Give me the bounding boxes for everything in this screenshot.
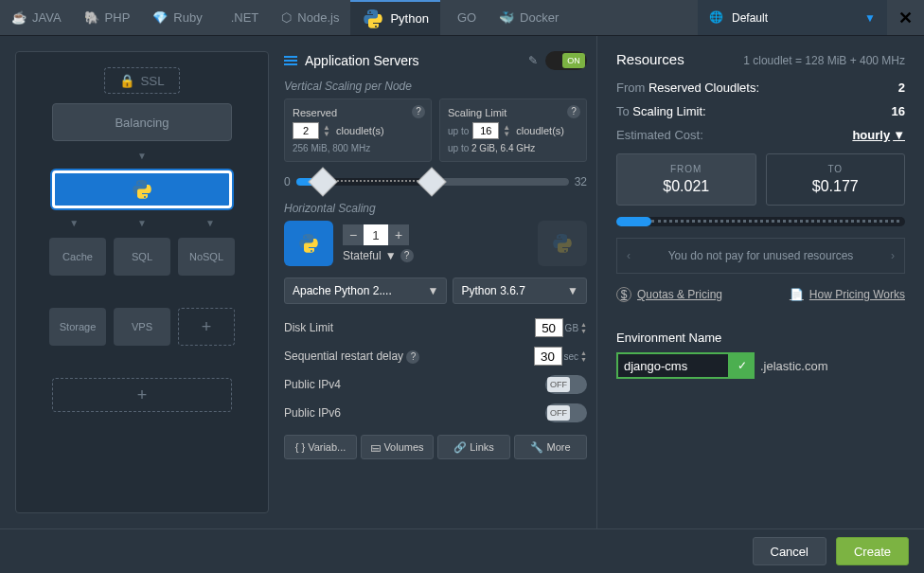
slider-handle-reserved[interactable] — [308, 167, 337, 196]
variables-tab[interactable]: { }Variab... — [284, 435, 357, 459]
tab-label: Python — [390, 11, 428, 26]
pricing-link[interactable]: 📄How Pricing Works — [790, 287, 905, 302]
python-icon — [131, 178, 153, 201]
close-button[interactable]: ✕ — [887, 0, 924, 35]
lock-icon: 🔒 — [119, 74, 135, 88]
links-tab[interactable]: 🔗Links — [437, 435, 510, 459]
tab-label: Links — [470, 441, 494, 453]
node-badge-disabled — [538, 221, 587, 266]
horizontal-scaling-label: Horizontal Scaling — [284, 202, 587, 215]
cost-to-label: TO — [776, 164, 896, 174]
vps-node[interactable]: VPS — [114, 308, 170, 346]
tab-python[interactable]: Python — [350, 0, 439, 35]
section-title: Application Servers — [305, 53, 521, 68]
sql-node[interactable]: SQL — [114, 238, 170, 276]
node-count-stepper[interactable]: − + — [343, 224, 414, 245]
resources-title: Resources — [616, 51, 684, 67]
tab-label: Variab... — [308, 441, 346, 453]
slider-handle-limit[interactable] — [418, 167, 447, 196]
stateful-label: Stateful — [343, 249, 382, 262]
appserver-node[interactable] — [52, 170, 232, 208]
help-icon[interactable]: ? — [400, 249, 414, 262]
ipv4-label: Public IPv4 — [284, 378, 545, 391]
docker-icon: 🐳 — [499, 10, 514, 25]
tab-dotnet[interactable]: .NET — [214, 0, 271, 35]
quotas-link[interactable]: $Quotas & Pricing — [616, 287, 722, 302]
cache-node[interactable]: Cache — [49, 238, 106, 276]
balancing-node[interactable]: Balancing — [52, 103, 232, 141]
disk-input[interactable] — [535, 318, 563, 337]
to-value: 16 — [892, 104, 905, 118]
python-icon — [362, 8, 384, 30]
more-tab[interactable]: 🔧More — [514, 435, 587, 459]
tab-java[interactable]: ☕JAVA — [0, 0, 73, 35]
disk-icon: 🖴 — [370, 441, 381, 453]
tab-php[interactable]: 🐘PHP — [73, 0, 142, 35]
node-count-input[interactable] — [364, 224, 388, 245]
region-label: Default — [732, 11, 768, 25]
node-label: Balancing — [115, 116, 169, 130]
cost-to-price: $0.177 — [776, 178, 896, 195]
storage-node[interactable]: Storage — [49, 308, 106, 346]
volumes-tab[interactable]: 🖴Volumes — [361, 435, 434, 459]
unit: GB — [565, 323, 578, 333]
ruby-icon: 💎 — [152, 10, 168, 25]
nosql-node[interactable]: NoSQL — [178, 238, 235, 276]
stack-select[interactable]: Apache Python 2....▼ — [284, 278, 447, 304]
ssl-button[interactable]: 🔒SSL — [104, 67, 180, 94]
next-icon[interactable]: › — [891, 249, 895, 262]
tab-label: JAVA — [32, 10, 62, 25]
unit-label: cloudlet(s) — [336, 125, 384, 136]
tab-go[interactable]: GO — [440, 0, 488, 35]
ipv4-toggle[interactable] — [545, 375, 587, 394]
stack-label: Apache Python 2.... — [293, 284, 392, 297]
version-label: Python 3.6.7 — [461, 284, 524, 297]
help-icon[interactable]: ? — [406, 350, 419, 364]
info-text: You do not pay for unused resources — [668, 249, 854, 262]
spinner-icon[interactable]: ▲▼ — [503, 124, 512, 137]
help-icon[interactable]: ? — [412, 105, 425, 118]
limit-detail: 2 GiB, 6.4 GHz — [471, 143, 535, 153]
java-icon: ☕ — [11, 10, 27, 25]
cost-mode-select[interactable]: hourly ▼ — [852, 128, 905, 142]
prev-icon[interactable]: ‹ — [627, 249, 631, 262]
spinner-icon[interactable]: ▲▼ — [580, 321, 587, 334]
tab-docker[interactable]: 🐳Docker — [488, 0, 570, 35]
node-badge[interactable] — [284, 221, 333, 266]
ipv6-toggle[interactable] — [545, 403, 587, 422]
cloudlet-slider[interactable] — [296, 178, 569, 186]
version-select[interactable]: Python 3.6.7▼ — [453, 278, 587, 304]
scaling-mode-select[interactable]: Stateful ▼ ? — [343, 249, 414, 262]
menu-icon[interactable] — [284, 56, 297, 65]
increment-button[interactable]: + — [388, 224, 409, 245]
reserved-input[interactable] — [293, 122, 319, 139]
tab-label: Ruby — [173, 10, 202, 25]
info-banner: ‹ You do not pay for unused resources › — [616, 238, 905, 274]
tab-label: PHP — [105, 10, 131, 25]
node-label: Cache — [62, 251, 93, 262]
edit-icon[interactable]: ✎ — [528, 54, 538, 67]
scaling-limit-box: ? Scaling Limit up to ▲▼ cloudlet(s) up … — [439, 98, 587, 162]
region-select[interactable]: 🌐 Default ▼ — [698, 0, 887, 35]
restart-input[interactable] — [534, 347, 562, 366]
limit-input[interactable] — [472, 122, 499, 139]
tab-ruby[interactable]: 💎Ruby — [141, 0, 213, 35]
slider-max: 32 — [575, 175, 587, 188]
create-button[interactable]: Create — [836, 537, 909, 565]
add-layer-button[interactable]: + — [52, 378, 232, 412]
decrement-button[interactable]: − — [343, 224, 364, 245]
tab-label: .NET — [231, 10, 259, 25]
spinner-icon[interactable]: ▲▼ — [323, 124, 332, 137]
tab-label: More — [546, 441, 570, 453]
env-name-input[interactable] — [616, 352, 730, 379]
spinner-icon[interactable]: ▲▼ — [580, 349, 587, 363]
env-name-label: Environment Name — [616, 331, 905, 345]
tab-label: GO — [457, 10, 476, 25]
link-label: How Pricing Works — [809, 288, 905, 301]
help-icon[interactable]: ? — [567, 105, 580, 118]
appserver-toggle[interactable] — [545, 51, 587, 70]
add-node-button[interactable]: + — [178, 308, 235, 346]
tab-node[interactable]: ⬡Node.js — [270, 0, 350, 35]
cancel-button[interactable]: Cancel — [753, 537, 826, 565]
tab-label: Volumes — [383, 441, 423, 453]
